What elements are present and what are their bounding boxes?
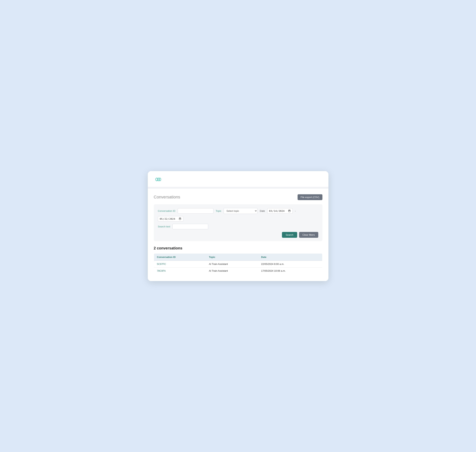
date-separator: - [295, 210, 296, 212]
app-logo-icon [154, 175, 162, 184]
page-header: Conversations File export (CSV) [154, 194, 322, 200]
row-2-id-link[interactable]: 78C0FA [157, 269, 166, 272]
date-from-input[interactable] [267, 208, 293, 214]
col-header-id: Conversation ID [154, 253, 206, 260]
table-header: Conversation ID Topic Date [154, 253, 322, 260]
table-row: 5C97FC AI Train Assistant 22/05/2024 8:0… [154, 260, 322, 267]
conversation-id-input[interactable] [178, 208, 213, 214]
topic-select[interactable]: Select topic AI Train Assistant [224, 208, 258, 214]
conversation-id-label: Conversation ID [158, 210, 175, 212]
search-text-label: Search text [158, 225, 170, 228]
topic-label: Topic [216, 210, 221, 212]
row-2-date: 17/05/2024 10:06 a.m. [258, 267, 322, 274]
main-card: Conversations File export (CSV) Conversa… [148, 171, 328, 281]
row-1-id-link[interactable]: 5C97FC [157, 263, 166, 266]
search-button[interactable]: Search [282, 232, 297, 238]
card-body: Conversations File export (CSV) Conversa… [148, 189, 328, 281]
nav-bar [148, 187, 328, 189]
file-export-button[interactable]: File export (CSV) [298, 194, 322, 200]
logo-area [154, 175, 322, 184]
filter-row-2: Search text [158, 224, 318, 229]
table-header-row: Conversation ID Topic Date [154, 253, 322, 260]
clear-filters-button[interactable]: Clear filters [299, 232, 318, 238]
page-title: Conversations [154, 195, 180, 199]
filter-row-1: Conversation ID Topic Select topic AI Tr… [158, 208, 318, 222]
card-header [148, 171, 328, 187]
row-2-id: 78C0FA [154, 267, 206, 274]
date-to-input[interactable] [158, 216, 183, 222]
filters-section: Conversation ID Topic Select topic AI Tr… [154, 204, 322, 241]
row-1-id: 5C97FC [154, 260, 206, 267]
row-2-topic: AI Train Assistant [206, 267, 258, 274]
col-header-topic: Topic [206, 253, 258, 260]
search-text-input[interactable] [172, 224, 208, 229]
table-row: 78C0FA AI Train Assistant 17/05/2024 10:… [154, 267, 322, 274]
filter-actions: Search Clear filters [158, 232, 318, 238]
date-label: Date [260, 210, 265, 212]
col-header-date: Date [258, 253, 322, 260]
row-1-topic: AI Train Assistant [206, 260, 258, 267]
table-body: 5C97FC AI Train Assistant 22/05/2024 8:0… [154, 260, 322, 274]
row-1-date: 22/05/2024 8:00 a.m. [258, 260, 322, 267]
conversations-count: 2 conversations [154, 246, 322, 250]
conversations-table: Conversation ID Topic Date 5C97FC AI Tra… [154, 253, 322, 274]
